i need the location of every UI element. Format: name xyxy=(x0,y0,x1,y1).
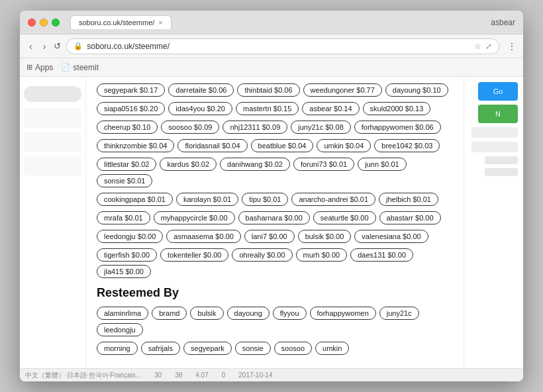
voter-tag[interactable]: siapa0516 $0.20 xyxy=(97,102,165,115)
right-sidebar: Go N xyxy=(464,77,523,368)
voter-tag[interactable]: idas4you $0.20 xyxy=(168,102,232,115)
voter-tag[interactable]: lani7 $0.00 xyxy=(244,230,295,243)
voter-tag[interactable]: cheerup $0.10 xyxy=(97,121,158,134)
menu-icon[interactable]: ⋮ xyxy=(507,41,517,52)
minimize-button[interactable] xyxy=(40,19,48,26)
go-label: Go xyxy=(493,87,503,95)
right-item-4 xyxy=(485,168,518,176)
resteemer-tag[interactable]: morning xyxy=(97,342,138,355)
page-icon: 📄 xyxy=(61,63,70,72)
voter-tag[interactable]: foruni73 $0.01 xyxy=(293,158,354,171)
toolbar: ‹ › ↺ 🔒 ☆ ⤢ ⋮ xyxy=(20,34,523,58)
voter-tag[interactable]: danihwang $0.02 xyxy=(220,158,290,171)
resteemer-tag[interactable]: flyyou xyxy=(273,307,307,320)
voter-tag[interactable]: myhappycircle $0.00 xyxy=(154,211,235,224)
resteemer-tag[interactable]: juny21c xyxy=(379,307,419,320)
traffic-lights xyxy=(28,19,60,26)
browser-tab[interactable]: soboru.co.uk/steemme/ × xyxy=(70,15,172,29)
voter-tag[interactable]: sonsie $0.01 xyxy=(97,174,152,187)
resteemer-tag[interactable]: sonsie xyxy=(235,342,271,355)
resteemer-tag[interactable]: forhappywomen xyxy=(310,307,376,320)
voter-tag[interactable]: floridasnail $0.04 xyxy=(177,139,247,152)
voter-tag[interactable]: junn $0.01 xyxy=(358,158,406,171)
go-button[interactable]: Go xyxy=(478,82,518,101)
voter-tag[interactable]: basharnara $0.00 xyxy=(238,211,310,224)
voter-tag[interactable]: forhappywomen $0.06 xyxy=(354,121,441,134)
voter-tag[interactable]: tipu $0.01 xyxy=(242,193,288,206)
resteemer-tag[interactable]: alaminrlima xyxy=(97,307,148,320)
voter-tag[interactable]: abastarr $0.00 xyxy=(379,211,441,224)
refresh-button[interactable]: ↺ xyxy=(54,41,61,51)
voter-tag[interactable]: murh $0.00 xyxy=(296,248,348,262)
voter-tag[interactable]: asbear $0.14 xyxy=(302,102,359,115)
voter-tag[interactable]: seaturtle $0.00 xyxy=(313,211,376,224)
browser-window: soboru.co.uk/steemme/ × asbear ‹ › ↺ 🔒 ☆… xyxy=(20,11,523,381)
maximize-button[interactable] xyxy=(52,19,60,26)
voter-tag[interactable]: thinknzombie $0.04 xyxy=(97,139,174,152)
vote-label: N xyxy=(495,110,501,118)
expand-icon[interactable]: ⤢ xyxy=(485,42,492,51)
voter-tag[interactable]: cookingpapa $0.01 xyxy=(97,193,173,206)
bottom-text-1: 中文（繁體）·日本語·한국어·Français... xyxy=(25,371,141,380)
address-input[interactable] xyxy=(87,42,470,51)
lock-icon: 🔒 xyxy=(74,42,83,50)
bookmark-steemit-label: steemit xyxy=(73,63,99,72)
voter-tag[interactable]: nhj12311 $0.09 xyxy=(222,121,287,134)
window-user: asbear xyxy=(491,18,515,27)
resteemed-section: Resteemed By alaminrlima bramd bulsik da… xyxy=(97,286,453,355)
voter-tag[interactable]: weedungoner $0.77 xyxy=(303,83,382,97)
address-bar: 🔒 ☆ ⤢ xyxy=(66,38,499,54)
voter-tag[interactable]: juny21c $0.08 xyxy=(291,121,351,134)
resteemer-tag[interactable]: segyepark xyxy=(183,342,232,355)
bookmark-apps[interactable]: ⊞ Apps xyxy=(26,63,53,72)
resteemer-tag[interactable]: bramd xyxy=(152,307,187,320)
voter-tag[interactable]: daes131 $0.00 xyxy=(350,248,413,262)
resteemer-tag[interactable]: soosoo xyxy=(274,342,312,355)
voter-tag[interactable]: skuld2000 $0.13 xyxy=(363,102,431,115)
resteemer-tag[interactable]: dayoung xyxy=(227,307,270,320)
voter-tag[interactable]: umkin $0.04 xyxy=(317,139,371,152)
bookmark-steemit[interactable]: 📄 steemit xyxy=(61,63,99,72)
voter-tag[interactable]: ohreally $0.00 xyxy=(232,248,292,262)
voter-tag[interactable]: dayoung $0.10 xyxy=(385,83,448,97)
vote-button[interactable]: N xyxy=(478,105,518,123)
voter-tag[interactable]: littlestar $0.02 xyxy=(97,158,156,171)
voter-tag[interactable]: beatblue $0.04 xyxy=(251,139,314,152)
close-button[interactable] xyxy=(28,19,36,26)
voter-tag[interactable]: bulsik $0.00 xyxy=(298,230,352,243)
voter-tag[interactable]: jla415 $0.00 xyxy=(97,265,151,278)
voter-tag[interactable]: darretaite $0.06 xyxy=(168,83,234,97)
voter-tag[interactable]: tigerfish $0.00 xyxy=(97,248,157,262)
voter-tag[interactable]: anarcho-andrei $0.01 xyxy=(291,193,375,206)
back-button[interactable]: ‹ xyxy=(26,40,35,53)
title-bar: soboru.co.uk/steemme/ × asbear xyxy=(20,11,523,34)
resteemer-tag[interactable]: umkin xyxy=(315,342,349,355)
resteemer-tag[interactable]: leedongju xyxy=(97,323,143,336)
voter-tag[interactable]: tokenteller $0.00 xyxy=(160,248,228,262)
voters-row-4: thinknzombie $0.04 floridasnail $0.04 be… xyxy=(97,139,453,152)
voter-tag[interactable]: jhelbich $0.01 xyxy=(379,193,438,206)
main-content: segyepark $0.17 darretaite $0.06 thinbta… xyxy=(86,77,464,368)
resteemer-tag[interactable]: bulsik xyxy=(190,307,223,320)
voter-tag[interactable]: bree1042 $0.03 xyxy=(374,139,440,152)
voter-tag[interactable]: asmaasema $0.00 xyxy=(166,230,241,243)
voters-row-5: littlestar $0.02 kardus $0.02 danihwang … xyxy=(97,158,453,187)
left-sidebar xyxy=(20,77,86,368)
sidebar-nav-item-2 xyxy=(24,132,81,152)
voter-tag[interactable]: leedongju $0.00 xyxy=(97,230,163,243)
voter-tag[interactable]: segyepark $0.17 xyxy=(97,83,165,97)
voter-tag[interactable]: thinbtaid $0.06 xyxy=(237,83,299,97)
voter-tag[interactable]: mrafa $0.01 xyxy=(97,211,150,224)
sidebar-search[interactable] xyxy=(24,86,81,102)
voter-tag[interactable]: valenesiana $0.00 xyxy=(354,230,428,243)
voter-tag[interactable]: kardus $0.02 xyxy=(160,158,217,171)
voter-tag[interactable]: mastertri $0.15 xyxy=(236,102,299,115)
star-icon[interactable]: ☆ xyxy=(474,42,481,51)
forward-button[interactable]: › xyxy=(40,40,49,53)
bottom-text-5: 0 xyxy=(222,371,226,379)
voter-tag[interactable]: soosoo $0.09 xyxy=(161,121,219,134)
tab-close-icon[interactable]: × xyxy=(158,19,162,26)
voter-tag[interactable]: karolayn $0.01 xyxy=(176,193,238,206)
voters-row-2: siapa0516 $0.20 idas4you $0.20 mastertri… xyxy=(97,102,453,115)
resteemer-tag[interactable]: safrijals xyxy=(141,342,180,355)
